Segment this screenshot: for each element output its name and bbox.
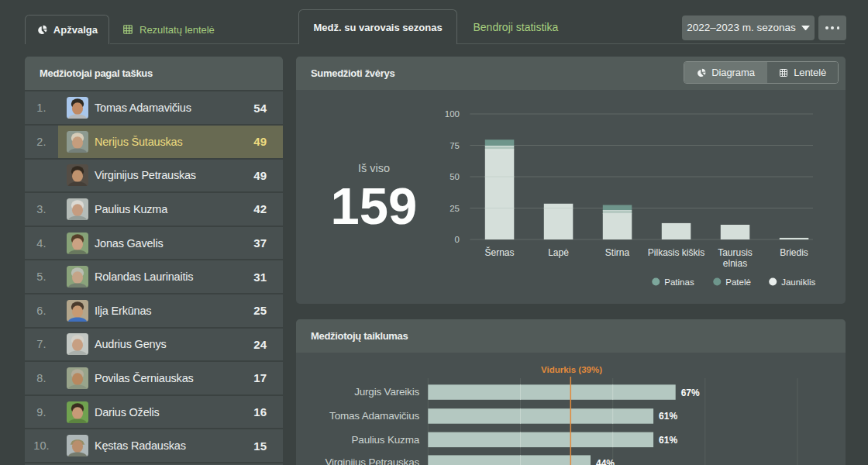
svg-text:Pilkasis kiškis: Pilkasis kiškis [648, 247, 704, 258]
svg-text:61%: 61% [659, 435, 677, 446]
svg-text:50: 50 [450, 172, 460, 181]
svg-text:Lapė: Lapė [548, 247, 569, 258]
svg-text:0: 0 [455, 235, 460, 244]
svg-text:Patelė: Patelė [725, 277, 751, 287]
svg-text:Jurgis Vareikis: Jurgis Vareikis [354, 386, 419, 398]
svg-text:67%: 67% [681, 388, 700, 398]
svg-text:elnias: elnias [723, 258, 747, 269]
svg-text:75: 75 [450, 141, 460, 150]
svg-text:Patinas: Patinas [664, 277, 694, 287]
svg-text:Iš viso: Iš viso [358, 162, 390, 174]
svg-text:Paulius Kuzma: Paulius Kuzma [352, 434, 420, 446]
svg-text:Tomas Adamavičius: Tomas Adamavičius [329, 410, 419, 422]
svg-text:Jauniklis: Jauniklis [781, 277, 815, 287]
svg-text:Šernas: Šernas [484, 246, 514, 258]
svg-text:100: 100 [445, 109, 460, 119]
svg-text:Taurusis: Taurusis [718, 247, 753, 258]
svg-text:Stirna: Stirna [605, 247, 630, 258]
svg-text:Briedis: Briedis [780, 247, 808, 258]
svg-text:25: 25 [450, 204, 460, 213]
svg-text:61%: 61% [659, 411, 677, 422]
svg-text:159: 159 [331, 177, 418, 235]
svg-text:Vidurkis (39%): Vidurkis (39%) [541, 365, 602, 374]
svg-text:44%: 44% [596, 458, 615, 465]
svg-text:Virginijus Petrauskas: Virginijus Petrauskas [325, 456, 419, 465]
